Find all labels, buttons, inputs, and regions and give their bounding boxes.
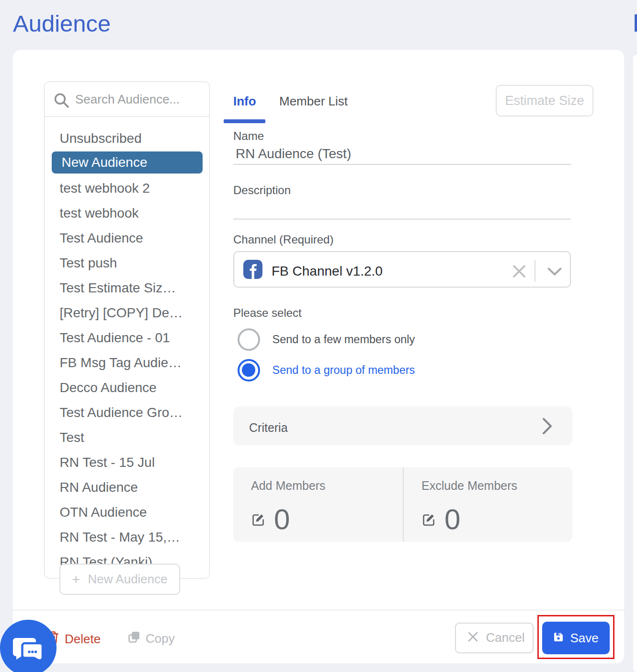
members-cell-label: Exclude Members (421, 480, 517, 492)
members-count: 0 (274, 505, 290, 534)
name-label: Name (233, 130, 264, 142)
channel-value: FB Channel v1.2.0 (272, 265, 383, 278)
radio-option: Send to a few members only (233, 328, 415, 351)
radio-option-label[interactable]: Send to a few members only (273, 328, 415, 351)
chevron-down-icon[interactable] (547, 267, 562, 278)
audience-list-item[interactable]: RN Test - May 15,… (45, 525, 209, 550)
radio-option: Send to a group of members (233, 359, 415, 382)
audience-list-item[interactable]: Test push (45, 251, 209, 276)
active-tab-underline (224, 119, 265, 123)
audience-list-item[interactable]: Decco Audience (45, 375, 209, 400)
audience-page: Audience UnsubscribedNew Audiencetest we… (0, 0, 637, 672)
members-cell-label: Add Members (251, 480, 326, 492)
audience-list-item[interactable]: RN Test - 15 Jul (45, 450, 209, 475)
audience-list-item[interactable]: Test (45, 425, 209, 450)
footer-divider (13, 610, 624, 611)
audience-list-item[interactable]: test webhook 2 (45, 176, 209, 201)
cancel-label: Cancel (486, 630, 525, 645)
audience-list-item[interactable]: OTN Audience (45, 500, 209, 525)
please-select-label: Please select (233, 307, 302, 319)
audience-list-panel: UnsubscribedNew Audiencetest webhook 2te… (44, 81, 210, 579)
chevron-right-icon (542, 417, 553, 437)
audience-list-item[interactable]: RN Audience (45, 475, 209, 500)
members-cell: Add Members 0 (233, 467, 403, 542)
save-label: Save (570, 631, 599, 646)
select-divider (535, 260, 535, 282)
search-input[interactable] (75, 82, 200, 116)
new-audience-button-label: New Audience (88, 572, 168, 587)
audience-list-item[interactable]: test webhook (45, 201, 209, 226)
audience-list-item[interactable]: Unsubscribed (45, 126, 209, 151)
chat-widget-button[interactable] (0, 620, 57, 672)
audience-list: UnsubscribedNew Audiencetest webhook 2te… (45, 117, 209, 575)
save-icon (553, 631, 564, 646)
clipped-side-panel (633, 55, 637, 672)
audience-list-item[interactable]: New Audience (52, 151, 203, 174)
criteria-label: Criteria (249, 422, 288, 434)
radio-icon[interactable] (238, 359, 260, 382)
description-input-underline[interactable] (233, 219, 571, 220)
members-cell: Exclude Members 0 (403, 467, 572, 542)
tab-info[interactable]: Info (233, 95, 256, 107)
page-title: Audience (13, 12, 111, 35)
audience-card: UnsubscribedNew Audiencetest webhook 2te… (13, 50, 624, 663)
members-count: 0 (444, 505, 460, 534)
facebook-icon (243, 260, 262, 279)
chat-bubbles-icon (13, 638, 43, 661)
radio-option-label[interactable]: Send to a group of members (273, 359, 415, 382)
search-row (45, 82, 209, 117)
audience-list-item[interactable]: Test Estimate Siz… (45, 276, 209, 301)
audience-list-item[interactable]: Test Audience - 01 (45, 325, 209, 350)
audience-list-item[interactable]: Test Audience (45, 226, 209, 251)
cancel-button[interactable]: Cancel (455, 623, 534, 654)
plus-icon: + (72, 572, 80, 587)
estimate-size-button[interactable]: Estimate Size (496, 85, 593, 116)
audience-list-item[interactable]: [Retry] [COPY] De… (45, 301, 209, 325)
audience-list-item[interactable]: Test Audience Gro… (45, 400, 209, 425)
copy-label: Copy (146, 631, 175, 646)
tab-member-list[interactable]: Member List (279, 95, 348, 107)
members-section: Add Members 0 Exclude Members (233, 467, 572, 542)
radio-icon[interactable] (238, 328, 260, 351)
clear-icon[interactable] (513, 265, 525, 279)
description-label: Description (233, 185, 291, 196)
save-button[interactable]: Save (542, 622, 610, 654)
copy-button[interactable]: Copy (128, 631, 175, 646)
criteria-section[interactable]: Criteria (233, 406, 572, 445)
name-input-underline (233, 164, 571, 165)
edit-icon[interactable] (251, 513, 265, 528)
edit-icon[interactable] (422, 513, 435, 528)
delete-label: Delete (65, 632, 101, 647)
channel-select[interactable]: FB Channel v1.2.0 (233, 251, 571, 288)
name-input[interactable]: RN Audience (Test) (236, 147, 351, 161)
new-audience-button[interactable]: + New Audience (59, 564, 180, 595)
copy-icon (128, 631, 140, 646)
search-icon (53, 92, 70, 111)
clipped-title-fragment (635, 14, 637, 32)
audience-list-item[interactable]: FB Msg Tag Audie… (45, 350, 209, 375)
close-icon (468, 630, 478, 645)
channel-label: Channel (Required) (233, 234, 333, 245)
